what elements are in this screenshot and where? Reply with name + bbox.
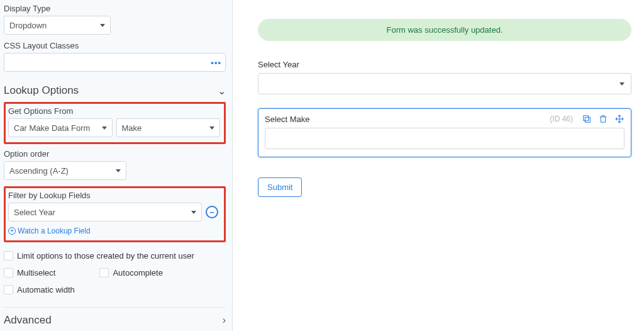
multiselect-checkbox[interactable] — [4, 268, 13, 278]
display-type-block: Display Type Dropdown — [4, 4, 226, 35]
chevron-down-icon: ⌄ — [218, 85, 226, 97]
limit-options-row: Limit options to those created by the cu… — [4, 247, 226, 264]
get-options-form-value: Car Make Data Form — [14, 123, 90, 133]
autocomplete-row: Autocomplete — [99, 264, 163, 281]
get-options-field-value: Make — [122, 123, 142, 133]
success-alert-text: Form was successfully updated. — [387, 25, 503, 35]
field-card-header: Select Make (ID 46) — [265, 114, 625, 124]
plus-circle-icon: + — [8, 227, 16, 235]
delete-button[interactable] — [598, 114, 608, 124]
css-layout-block: CSS Layout Classes ••• — [4, 41, 226, 72]
watch-lookup-text: Watch a Lookup Field — [18, 227, 91, 235]
display-type-select[interactable]: Dropdown — [4, 16, 111, 35]
duplicate-button[interactable] — [582, 114, 592, 124]
select-make-dropdown[interactable] — [265, 128, 625, 149]
submit-label: Submit — [267, 182, 292, 192]
filter-by-value: Select Year — [14, 208, 55, 217]
minus-icon: − — [209, 208, 214, 216]
advanced-header[interactable]: Advanced › — [4, 308, 226, 331]
limit-options-label: Limit options to those created by the cu… — [17, 251, 194, 261]
chevron-down-icon — [100, 24, 105, 27]
display-type-label: Display Type — [4, 4, 226, 13]
automatic-width-label: Automatic width — [17, 285, 75, 295]
chevron-down-icon — [191, 211, 196, 214]
filter-by-select[interactable]: Select Year — [8, 203, 202, 222]
field-id-text: (ID 46) — [550, 115, 573, 123]
submit-row: Submit — [258, 177, 631, 197]
select-make-field-card[interactable]: Select Make (ID 46) — [258, 108, 631, 157]
option-order-block: Option order Ascending (A-Z) — [4, 149, 226, 180]
chevron-right-icon: › — [223, 315, 226, 326]
get-options-field-select[interactable]: Make — [116, 118, 221, 137]
chevron-down-icon — [209, 126, 214, 130]
chevron-down-icon — [619, 82, 625, 86]
get-options-highlight: Get Options From Car Make Data Form Make — [4, 102, 226, 144]
autocomplete-checkbox[interactable] — [99, 268, 109, 278]
select-year-label: Select Year — [258, 60, 631, 69]
multiselect-label: Multiselect — [17, 268, 55, 278]
filter-by-highlight: Filter by Lookup Fields Select Year − + … — [4, 186, 226, 242]
css-layout-input[interactable]: ••• — [4, 53, 226, 72]
option-order-select[interactable]: Ascending (A-Z) — [4, 161, 126, 180]
select-year-dropdown[interactable] — [258, 73, 631, 94]
sidebar-field-settings: Display Type Dropdown CSS Layout Classes… — [0, 0, 233, 331]
lookup-options-header[interactable]: Lookup Options ⌄ — [4, 78, 226, 102]
svg-rect-1 — [584, 116, 589, 121]
trash-icon — [598, 114, 608, 124]
copy-icon — [582, 114, 592, 124]
success-alert: Form was successfully updated. — [258, 19, 631, 41]
chevron-down-icon — [116, 169, 121, 172]
chevron-down-icon — [102, 126, 107, 130]
limit-options-checkbox[interactable] — [4, 251, 13, 261]
display-type-value: Dropdown — [9, 21, 47, 30]
submit-button[interactable]: Submit — [258, 177, 302, 197]
option-order-label: Option order — [4, 149, 226, 159]
remove-filter-button[interactable]: − — [206, 206, 218, 218]
more-options-icon[interactable]: ••• — [211, 58, 221, 67]
advanced-title: Advanced — [4, 314, 52, 327]
automatic-width-checkbox[interactable] — [4, 285, 13, 295]
select-make-label: Select Make — [265, 115, 310, 124]
select-year-field[interactable]: Select Year — [258, 60, 631, 94]
move-icon — [614, 114, 625, 124]
field-card-actions: (ID 46) — [550, 114, 625, 124]
multiselect-row: Multiselect — [4, 264, 55, 281]
form-preview-area: Form was successfully updated. Select Ye… — [233, 0, 644, 331]
css-layout-label: CSS Layout Classes — [4, 41, 226, 50]
autocomplete-label: Autocomplete — [113, 268, 163, 278]
get-options-form-select[interactable]: Car Make Data Form — [8, 118, 113, 137]
watch-lookup-link[interactable]: + Watch a Lookup Field — [8, 227, 91, 235]
get-options-from-label: Get Options From — [8, 106, 220, 116]
filter-by-label: Filter by Lookup Fields — [8, 191, 220, 200]
lookup-options-title: Lookup Options — [4, 84, 79, 97]
automatic-width-row: Automatic width — [4, 281, 226, 298]
option-order-value: Ascending (A-Z) — [9, 166, 69, 176]
svg-rect-0 — [585, 117, 590, 122]
move-button[interactable] — [614, 114, 625, 124]
